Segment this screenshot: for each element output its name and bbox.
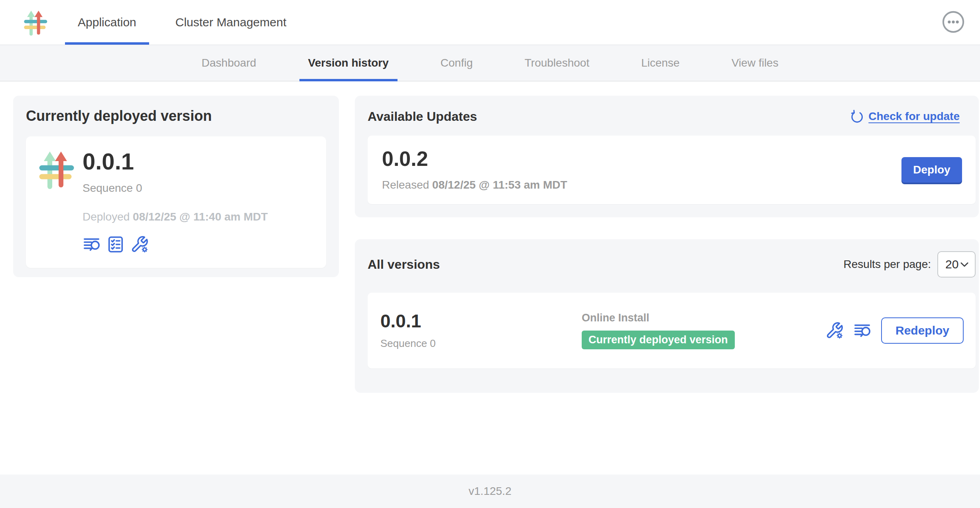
ellipsis-icon	[942, 10, 965, 33]
subnav-item-troubleshoot[interactable]: Troubleshoot	[523, 45, 591, 81]
all-versions-card: All versions Results per page: 20 0.0.1 …	[355, 239, 979, 393]
install-type-label: Online Install	[582, 312, 825, 324]
update-released-timestamp: Released 08/12/25 @ 11:53 am MDT	[382, 179, 567, 191]
update-version-number: 0.0.2	[382, 148, 567, 169]
currently-deployed-title: Currently deployed version	[26, 108, 326, 124]
tab-application[interactable]: Application	[65, 0, 149, 45]
check-for-update-link[interactable]: Check for update	[850, 110, 960, 123]
app-header: Application Cluster Management	[0, 0, 980, 45]
overflow-menu-button[interactable]	[942, 10, 965, 33]
version-row-info: 0.0.1 Sequence 0	[380, 312, 582, 350]
console-version-label: v1.125.2	[468, 485, 511, 498]
app-subnav: Dashboard Version history Config Trouble…	[0, 45, 980, 81]
deployed-sequence: Sequence 0	[83, 182, 268, 195]
version-row-number: 0.0.1	[380, 312, 582, 330]
results-per-page-label: Results per page:	[844, 258, 931, 271]
tab-cluster-management-label: Cluster Management	[175, 16, 286, 29]
chevron-down-icon	[960, 262, 968, 267]
edit-config-icon[interactable]	[130, 235, 149, 254]
update-version-info: 0.0.2 Released 08/12/25 @ 11:53 am MDT	[382, 148, 567, 191]
deploy-button[interactable]: Deploy	[901, 157, 962, 183]
app-logo-icon	[23, 9, 49, 36]
deployed-version-number: 0.0.1	[83, 150, 268, 173]
all-versions-title: All versions	[368, 257, 440, 272]
results-per-page-value: 20	[945, 258, 958, 271]
kots-admin-console: Application Cluster Management Dashboard…	[0, 0, 980, 508]
subnav-item-view-files[interactable]: View files	[730, 45, 780, 81]
redeploy-button[interactable]: Redeploy	[881, 317, 964, 344]
check-for-update-label: Check for update	[868, 110, 960, 123]
subnav-item-dashboard[interactable]: Dashboard	[200, 45, 258, 81]
view-logs-icon[interactable]	[83, 235, 101, 254]
app-logo-icon	[38, 148, 76, 190]
subnav-item-license[interactable]: License	[640, 45, 681, 81]
deployed-version-actions	[83, 235, 268, 254]
subnav-item-version-history[interactable]: Version history	[307, 45, 390, 81]
view-logs-icon[interactable]	[853, 321, 872, 340]
edit-config-icon[interactable]	[825, 321, 844, 340]
available-updates-title: Available Updates	[368, 109, 477, 124]
tab-cluster-management[interactable]: Cluster Management	[163, 0, 299, 45]
version-row-sequence: Sequence 0	[380, 337, 582, 350]
tab-application-label: Application	[78, 16, 136, 29]
header-tabs: Application Cluster Management	[65, 0, 299, 45]
currently-deployed-badge: Currently deployed version	[582, 331, 735, 349]
results-per-page-select[interactable]: 20	[937, 251, 976, 278]
subnav-item-config[interactable]: Config	[439, 45, 474, 81]
available-update-row: 0.0.2 Released 08/12/25 @ 11:53 am MDT D…	[368, 136, 976, 204]
available-updates-card: Available Updates Check for update 0.0.2…	[355, 96, 979, 217]
version-row-status: Online Install Currently deployed versio…	[582, 312, 825, 349]
version-row-actions: Redeploy	[825, 317, 964, 344]
refresh-icon	[850, 110, 864, 123]
app-footer: v1.125.2	[0, 475, 980, 508]
preflight-checks-icon[interactable]	[106, 235, 125, 254]
deployed-version-panel: 0.0.1 Sequence 0 Deployed 08/12/25 @ 11:…	[26, 136, 326, 268]
results-per-page: Results per page: 20	[844, 251, 976, 278]
deployed-timestamp: Deployed 08/12/25 @ 11:40 am MDT	[83, 211, 268, 223]
currently-deployed-card: Currently deployed version 0.0.1 Sequenc…	[13, 96, 339, 277]
version-row: 0.0.1 Sequence 0 Online Install Currentl…	[368, 293, 976, 368]
deployed-version-info: 0.0.1 Sequence 0 Deployed 08/12/25 @ 11:…	[83, 148, 268, 257]
